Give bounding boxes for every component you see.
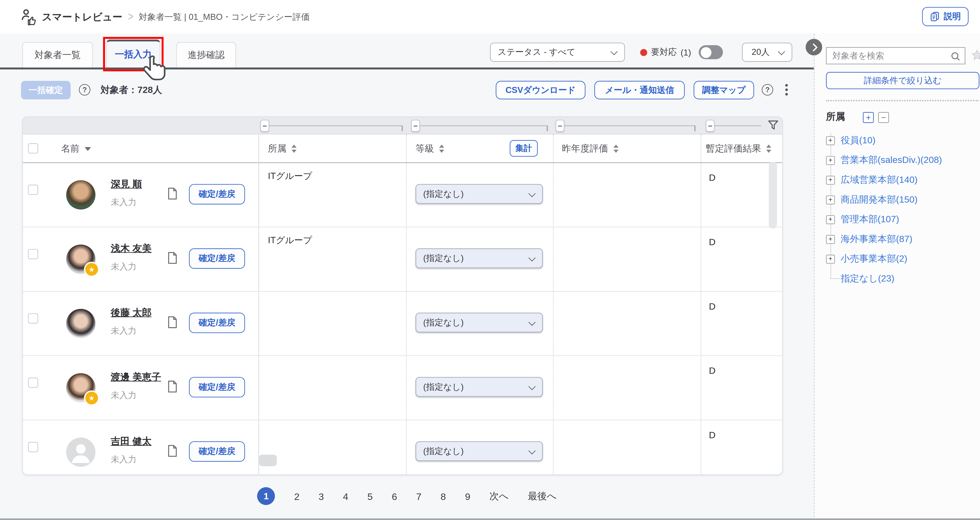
filter-funnel-icon[interactable] [767, 120, 779, 131]
row-checkbox[interactable] [28, 185, 38, 195]
row-checkbox[interactable] [28, 313, 38, 324]
collapse-all-button[interactable]: − [878, 112, 889, 123]
grade-select[interactable]: (指定なし) [415, 377, 543, 397]
tree-node-label[interactable]: 役員(10) [841, 134, 875, 147]
column-header-grade[interactable]: 等級 [415, 143, 444, 155]
grade-select-value: (指定なし) [423, 252, 464, 264]
tree-expand-icon[interactable]: + [826, 195, 835, 204]
person-name-link[interactable]: 吉田 健太 [111, 435, 151, 448]
tree-node-label[interactable]: 海外事業本部(87) [841, 233, 912, 245]
sort-both-icon [291, 145, 297, 153]
file-icon[interactable] [167, 380, 178, 393]
tree-expand-icon[interactable]: + [826, 215, 835, 224]
row-checkbox[interactable] [28, 442, 38, 452]
row-checkbox[interactable] [28, 378, 38, 388]
tree-node-label[interactable]: 営業本部(salesDiv.)(208) [841, 154, 942, 166]
grade-select[interactable]: (指定なし) [415, 313, 543, 333]
horizontal-scrollbar-thumb[interactable] [259, 455, 277, 466]
app-header: スマートレビュー > 対象者一覧 | 01_MBO・コンピテンシー評価 説明 [0, 0, 980, 34]
app-logo-icon [20, 8, 39, 26]
star-badge-icon: ★ [84, 390, 99, 406]
tree-expand-icon[interactable]: + [826, 175, 835, 184]
page-button[interactable]: 2 [294, 491, 299, 501]
page-button[interactable]: 8 [441, 491, 446, 501]
grade-select[interactable]: (指定なし) [415, 184, 543, 204]
confirm-return-button[interactable]: 確定/差戻 [189, 441, 245, 462]
help-circle-icon[interactable]: ? [762, 84, 773, 96]
tree-node-label[interactable]: 広域営業本部(140) [841, 174, 917, 186]
grade-select[interactable]: (指定なし) [415, 248, 543, 268]
document-icon [930, 11, 940, 22]
page-button[interactable]: 9 [465, 491, 470, 501]
resize-track [710, 125, 761, 126]
person-name-link[interactable]: 浅木 友美 [111, 243, 151, 255]
window-bottom-edge [0, 518, 980, 520]
provisional-result-cell: D [709, 237, 716, 247]
select-all-checkbox[interactable] [28, 143, 38, 153]
attention-dot-icon [640, 49, 647, 56]
tree-expand-icon[interactable]: + [826, 136, 835, 145]
tree-node-label[interactable]: 小売事業本部(2) [841, 253, 907, 265]
table-row: 後藤 太郎 未入力 確定/差戻 (指定なし) D [23, 292, 782, 356]
search-input[interactable] [827, 48, 965, 64]
next-page-button[interactable]: 次へ [489, 490, 509, 502]
status-filter-select[interactable]: ステータス - すべて [490, 43, 625, 62]
confirm-return-button[interactable]: 確定/差戻 [189, 313, 245, 333]
page-button[interactable]: 5 [367, 491, 372, 501]
column-label: 昨年度評価 [562, 143, 608, 155]
column-header-provisional[interactable]: 暫定評価結果 [706, 143, 771, 155]
vertical-scrollbar-thumb[interactable] [768, 162, 777, 229]
file-icon[interactable] [167, 445, 178, 457]
column-resize-slider[interactable] [260, 120, 269, 132]
csv-download-button[interactable]: CSVダウンロード [496, 81, 585, 99]
tab-target-list[interactable]: 対象者一覧 [22, 42, 93, 67]
aggregate-button[interactable]: 集計 [510, 140, 538, 157]
tree-node-label[interactable]: 商品開発本部(150) [841, 194, 917, 206]
input-status: 未入力 [111, 325, 137, 337]
resize-track [265, 125, 402, 126]
tree-expand-icon[interactable]: + [826, 156, 835, 165]
help-button[interactable]: 説明 [922, 7, 969, 26]
last-page-button[interactable]: 最後へ [528, 490, 557, 502]
toggle-knob [701, 47, 712, 58]
file-icon[interactable] [167, 187, 178, 200]
file-icon[interactable] [167, 252, 178, 264]
expand-all-button[interactable]: + [863, 112, 874, 123]
tree-node-label[interactable]: 指定なし(23) [841, 273, 894, 285]
page-button[interactable]: 6 [392, 491, 397, 501]
adjust-map-button[interactable]: 調整マップ [694, 81, 754, 99]
help-circle-icon[interactable]: ? [79, 84, 90, 96]
confirm-return-button[interactable]: 確定/差戻 [189, 377, 245, 397]
column-header-last-year[interactable]: 昨年度評価 [562, 143, 618, 155]
row-checkbox[interactable] [28, 249, 38, 259]
mail-notify-button[interactable]: メール・通知送信 [595, 81, 685, 99]
tree-expand-icon[interactable]: + [826, 254, 835, 263]
column-resize-slider[interactable] [706, 120, 715, 132]
attention-toggle[interactable] [699, 45, 723, 59]
grade-select[interactable]: (指定なし) [415, 441, 543, 461]
tree-expand-icon[interactable]: + [826, 235, 835, 244]
tree-node-label[interactable]: 管理本部(107) [841, 213, 899, 225]
person-name-link[interactable]: 渡邊 美恵子 [111, 371, 161, 383]
page-button[interactable]: 7 [416, 491, 422, 501]
confirm-return-button[interactable]: 確定/差戻 [189, 248, 245, 269]
page-button-current[interactable]: 1 [257, 487, 275, 505]
page-button[interactable]: 4 [343, 491, 348, 501]
kebab-menu-icon[interactable] [785, 84, 788, 97]
person-name-link[interactable]: 深見 順 [111, 178, 142, 190]
column-resize-slider[interactable] [555, 120, 565, 132]
person-name-link[interactable]: 後藤 太郎 [111, 307, 151, 319]
divider [826, 100, 979, 101]
bulk-confirm-button[interactable]: 一括確定 [21, 81, 71, 99]
column-header-department[interactable]: 所属 [268, 143, 297, 155]
column-header-name[interactable]: 名前 [61, 143, 91, 155]
page-button[interactable]: 3 [318, 491, 324, 501]
column-resize-slider[interactable] [411, 120, 420, 132]
page-size-select[interactable]: 20人 [742, 43, 792, 62]
confirm-return-button[interactable]: 確定/差戻 [189, 184, 245, 204]
favorite-star-icon[interactable] [971, 49, 980, 61]
tab-progress-check[interactable]: 進捗確認 [176, 42, 236, 67]
advanced-filter-button[interactable]: 詳細条件で絞り込む [826, 72, 980, 89]
file-icon[interactable] [167, 316, 178, 329]
sidebar-collapse-button[interactable] [806, 39, 822, 55]
